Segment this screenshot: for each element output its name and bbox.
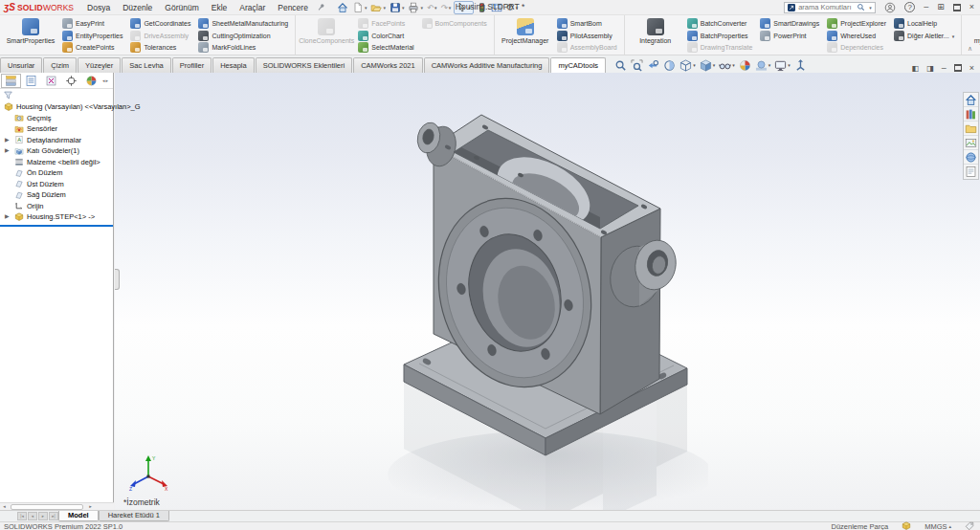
tree-item-kati-govdeler[interactable]: ▶Katı Gövdeler(1) <box>0 145 113 157</box>
whereused-button[interactable]: WhereUsed <box>823 30 890 42</box>
tab-prev-icon[interactable]: ◂ <box>28 512 37 520</box>
tree-item-detaylandirmalar[interactable]: ▶Detaylandırmalar <box>0 135 113 146</box>
command-search[interactable]: ▾ <box>784 2 876 13</box>
graphics-viewport[interactable]: Y X Z *İzometrik <box>115 73 980 510</box>
apply-scene-icon[interactable]: ▾ <box>755 59 771 72</box>
expand-arrow-icon[interactable]: ▶ <box>5 146 10 153</box>
display-manager-tab[interactable] <box>81 74 101 88</box>
3d-drawing-view-icon[interactable] <box>794 59 807 72</box>
edit-appearance-icon[interactable] <box>739 59 751 72</box>
unit-system-selector[interactable]: MMGS▴ <box>924 522 951 530</box>
menu-duzenle[interactable]: Düzenle <box>122 3 152 12</box>
menu-araclar[interactable]: Araçlar <box>239 3 265 12</box>
tab-profiller[interactable]: Profiller <box>172 57 212 73</box>
diger-aletler-button[interactable]: Diğer Aletler...▾ <box>890 30 958 42</box>
doc-restore-icon[interactable] <box>954 64 962 72</box>
panel-horizontal-scrollbar[interactable]: ◂ ▸ <box>0 502 114 510</box>
panel-splitter-handle[interactable] <box>115 269 120 290</box>
markfoldlines-button[interactable]: MarkFoldLines <box>194 41 292 54</box>
cuttingoptimization-button[interactable]: CuttingOptimization <box>194 30 292 42</box>
tree-item-housing-step[interactable]: ▶Housing.STEP<1> -> <box>0 211 113 223</box>
rollback-bar[interactable] <box>0 225 113 227</box>
home-button[interactable] <box>336 1 349 14</box>
model-tab[interactable]: Model <box>58 511 99 521</box>
smartdrawings-button[interactable]: SmartDrawings <box>756 17 823 30</box>
tab-camworks-2021[interactable]: CAMWorks 2021 <box>353 57 423 73</box>
scroll-left-icon[interactable]: ◂ <box>0 503 9 510</box>
tree-item-housing[interactable]: Housing (Varsayılan) <<Varsayılan>_G <box>0 101 113 113</box>
scroll-right-icon[interactable]: ▸ <box>86 503 95 510</box>
tab-last-icon[interactable]: ▸| <box>49 512 58 520</box>
housing-3d-model[interactable] <box>364 84 708 510</box>
tree-item-on-duzlem[interactable]: Ön Düzlem <box>0 167 113 179</box>
display-style-icon[interactable]: ▾ <box>700 59 716 72</box>
property-manager-tab[interactable] <box>21 74 41 88</box>
tree-item-ust-duzlem[interactable]: Üst Düzlem <box>0 179 113 190</box>
zoom-to-fit-icon[interactable] <box>614 59 627 72</box>
tab-hesapla[interactable]: Hesapla <box>212 57 255 73</box>
save-button[interactable]: ▾ <box>389 1 406 14</box>
menu-ekle[interactable]: Ekle <box>212 3 228 12</box>
search-dropdown-icon[interactable]: ▾ <box>869 5 872 11</box>
appearances-icon[interactable] <box>964 150 978 165</box>
pane-left-icon[interactable]: ◧ <box>912 64 920 73</box>
minimize-button[interactable]: – <box>924 3 928 11</box>
tab-solidworks-eklentileri[interactable]: SOLIDWORKS Eklentileri <box>256 57 352 73</box>
resources-home-icon[interactable] <box>964 93 978 107</box>
file-explorer-icon[interactable] <box>964 121 978 136</box>
view-settings-icon[interactable]: ▾ <box>774 59 791 72</box>
batchproperties-button[interactable]: BatchProperties <box>683 30 757 42</box>
colorchart-button[interactable]: ColorChart <box>354 30 417 42</box>
tree-item-malzeme[interactable]: Malzeme <belirli değil> <box>0 157 113 168</box>
user-account-icon[interactable] <box>884 2 896 13</box>
motion-study-tab[interactable]: Hareket Etüdü 1 <box>99 511 169 521</box>
easyprint-button[interactable]: EasyPrint <box>58 17 126 30</box>
search-icon[interactable] <box>857 3 865 11</box>
hide-show-items-icon[interactable]: ▾ <box>719 59 735 72</box>
projectexplorer-button[interactable]: ProjectExplorer <box>823 17 890 30</box>
undo-button[interactable]: ↶▾ <box>426 1 438 14</box>
smartproperties-button[interactable]: SmartProperties <box>3 16 58 54</box>
tag-icon[interactable] <box>965 521 974 530</box>
sheetmetalmanufacturing-button[interactable]: SheetMetalManufacturing <box>194 17 292 30</box>
pin-menu-icon[interactable] <box>316 2 326 12</box>
close-button[interactable]: × <box>969 3 974 11</box>
panel-tabs-right-icon[interactable]: ▸ <box>106 77 109 83</box>
menu-dosya[interactable]: Dosya <box>87 3 110 12</box>
integration-button[interactable]: Integration <box>628 16 683 54</box>
configuration-tab[interactable] <box>41 74 61 88</box>
tab-sac-levha[interactable]: Sac Levha <box>122 57 170 73</box>
feature-tree-tab[interactable] <box>1 74 21 88</box>
tree-item-sensorler[interactable]: Sensörler <box>0 123 113 135</box>
tab-next-icon[interactable]: ▸ <box>38 512 48 520</box>
entityproperties-button[interactable]: EntityProperties <box>58 30 126 42</box>
zoom-to-area-icon[interactable] <box>631 59 643 72</box>
tree-filter[interactable] <box>0 89 113 100</box>
print-button[interactable]: ▾ <box>407 1 424 14</box>
new-document-button[interactable]: ▾ <box>351 1 368 14</box>
dimxpert-tab[interactable] <box>61 74 81 88</box>
tree-item-orijin[interactable]: Orijin <box>0 201 113 212</box>
tab-first-icon[interactable]: |◂ <box>17 512 27 520</box>
pilotassembly-button[interactable]: PilotAssembly <box>553 30 621 42</box>
open-button[interactable]: ▾ <box>369 1 387 14</box>
createpoints-button[interactable]: CreatePoints <box>58 41 126 54</box>
panel-tabs-left-icon[interactable]: ◂ <box>102 77 105 83</box>
view-palette-icon[interactable] <box>964 136 978 150</box>
doc-minimize-icon[interactable]: – <box>942 63 947 73</box>
section-view-icon[interactable] <box>663 59 676 72</box>
tab-unsurlar[interactable]: Unsurlar <box>0 57 42 73</box>
design-library-icon[interactable] <box>964 107 978 121</box>
ribbon-collapse-icon[interactable]: ∧ <box>968 45 972 53</box>
tree-item-sag-duzlem[interactable]: Sağ Düzlem <box>0 189 113 201</box>
redo-button[interactable]: ↷▾ <box>440 1 453 14</box>
projectmanager-button[interactable]: ProjectManager <box>498 16 553 54</box>
tolerances-button[interactable]: Tolerances <box>126 41 194 54</box>
powerprint-button[interactable]: PowerPrint <box>756 30 823 42</box>
tree-item-gecmis[interactable]: Geçmiş <box>0 113 113 124</box>
pane-right-icon[interactable]: ◨ <box>926 64 934 73</box>
restore-button[interactable] <box>953 4 961 11</box>
view-orientation-icon[interactable]: ▾ <box>679 59 696 72</box>
expand-arrow-icon[interactable]: ▶ <box>5 212 10 219</box>
smartbom-button[interactable]: SmartBom <box>553 17 621 30</box>
